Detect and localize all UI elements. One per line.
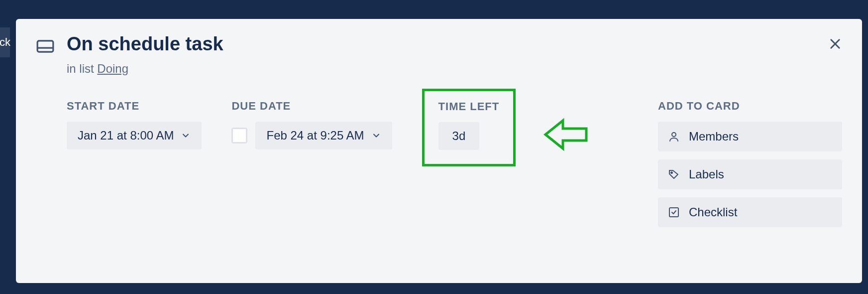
- start-date-button[interactable]: Jan 21 at 8:00 AM: [67, 122, 202, 149]
- svg-rect-2: [37, 41, 53, 52]
- person-icon: [668, 131, 680, 143]
- card-header: On schedule task: [36, 33, 842, 58]
- time-left-value: 3d: [438, 122, 480, 150]
- tag-icon: [668, 168, 680, 180]
- members-button[interactable]: Members: [658, 122, 842, 151]
- card-fields: Start date Jan 21 at 8:00 AM Due date Fe…: [67, 100, 628, 235]
- close-icon: [828, 37, 842, 51]
- checklist-button[interactable]: Checklist: [658, 197, 842, 227]
- chevron-down-icon: [181, 131, 191, 141]
- card-modal: On schedule task in list Doing Start dat…: [16, 19, 862, 283]
- due-date-value: Feb 24 at 9:25 AM: [266, 129, 364, 143]
- due-date-button[interactable]: Feb 24 at 9:25 AM: [255, 122, 392, 149]
- card-title[interactable]: On schedule task: [67, 33, 223, 56]
- card-icon: [36, 37, 55, 58]
- start-date-label: Start date: [67, 100, 202, 113]
- arrow-left-icon: [541, 115, 590, 154]
- time-left-label: Time left: [438, 100, 500, 113]
- in-list-prefix: in list: [67, 62, 97, 75]
- arrow-annotation: [541, 115, 590, 156]
- start-date-group: Start date Jan 21 at 8:00 AM: [67, 100, 202, 149]
- labels-label: Labels: [689, 167, 724, 181]
- time-left-highlight: Time left 3d: [422, 89, 516, 166]
- card-sidebar: Add to card Members Labels Checklist: [658, 100, 842, 235]
- labels-button[interactable]: Labels: [658, 159, 842, 189]
- start-date-value: Jan 21 at 8:00 AM: [78, 129, 174, 143]
- chevron-down-icon: [371, 131, 381, 141]
- sidebar-heading: Add to card: [658, 100, 842, 113]
- close-button[interactable]: [824, 33, 846, 55]
- checklist-label: Checklist: [689, 205, 737, 219]
- due-date-checkbox[interactable]: [231, 128, 247, 144]
- checklist-icon: [668, 206, 680, 218]
- card-subtitle: in list Doing: [67, 62, 842, 76]
- svg-point-4: [672, 133, 676, 137]
- list-link[interactable]: Doing: [97, 62, 128, 75]
- svg-point-5: [671, 172, 672, 173]
- members-label: Members: [689, 130, 739, 144]
- due-date-label: Due date: [231, 100, 392, 113]
- due-date-group: Due date Feb 24 at 9:25 AM: [231, 100, 392, 149]
- background-fragment: ck: [0, 27, 10, 57]
- svg-rect-6: [669, 208, 678, 217]
